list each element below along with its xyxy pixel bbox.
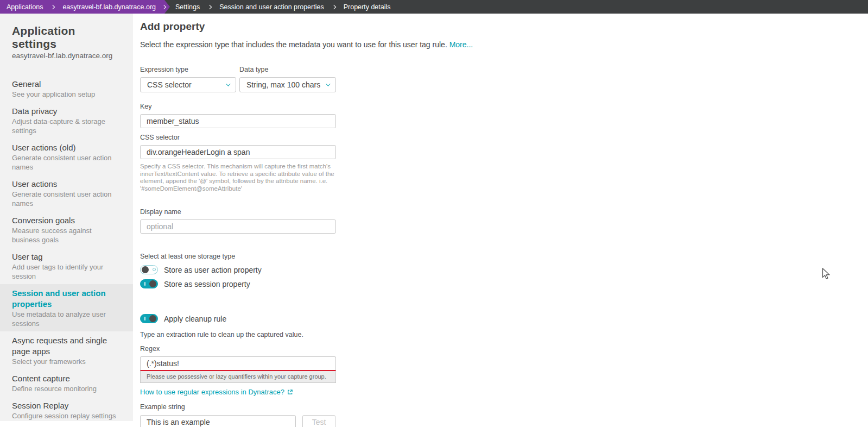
sidebar-item-subtitle: Add user tags to identify your session (12, 262, 121, 281)
session-property-toggle-label: Store as session property (164, 280, 250, 288)
intro-text: Select the expression type that includes… (140, 40, 868, 49)
sidebar-item-subtitle: Select your frameworks (12, 357, 121, 366)
expression-type-label: Expression type (140, 66, 236, 73)
sidebar-item-user-experience[interactable]: User experience Configure user experienc… (0, 424, 133, 427)
sidebar-item-user-tag[interactable]: User tag Add user tags to identify your … (0, 248, 133, 284)
example-string-label: Example string (140, 403, 868, 411)
key-input[interactable] (140, 114, 336, 128)
user-action-property-toggle-label: Store as user action property (164, 266, 262, 274)
expression-type-value: CSS selector (147, 80, 192, 89)
sidebar-item-title: Conversion goals (12, 215, 121, 226)
display-name-label: Display name (140, 208, 868, 216)
regex-error-message: Please use possessive or lazy quantifier… (140, 371, 336, 383)
sidebar-item-data-privacy[interactable]: Data privacy Adjust data-capture & stora… (0, 102, 133, 139)
sidebar-item-title: User actions (old) (12, 142, 121, 153)
sidebar-item-subtitle: Define resource monitoring (12, 384, 121, 393)
sidebar-item-general[interactable]: General See your application setup (0, 75, 133, 102)
apply-cleanup-rule-toggle[interactable] (140, 314, 158, 323)
sidebar-item-subtitle: Configure session replay settings (12, 411, 121, 420)
sidebar-subtitle: easytravel-bf.lab.dynatrace.org (0, 51, 133, 60)
css-selector-help: Specify a CSS selector. This mechanism w… (140, 163, 339, 192)
sidebar-item-subtitle: Use metadata to analyze user sessions (12, 310, 121, 328)
sidebar-item-title: Async requests and single page apps (12, 335, 121, 357)
toggle-knob (142, 266, 149, 273)
sidebar-item-user-actions[interactable]: User actions Generate consistent user ac… (0, 175, 133, 211)
breadcrumb-item-session-properties[interactable]: Session and user action properties (216, 0, 327, 14)
sidebar-item-title: Content capture (12, 373, 121, 384)
chevron-down-icon (326, 81, 330, 86)
chevron-down-icon (226, 81, 230, 86)
chevron-right-icon (50, 4, 55, 9)
test-button[interactable]: Test (302, 415, 335, 427)
display-name-input[interactable] (140, 219, 336, 234)
data-type-value: String, max 100 chars (246, 80, 320, 89)
settings-sidebar: Application settings easytravel-bf.lab.d… (0, 14, 133, 421)
sidebar-item-title: General (12, 79, 121, 90)
toggle-knob (149, 315, 156, 322)
apply-cleanup-rule-toggle-label: Apply cleanup rule (164, 315, 226, 323)
external-link-icon (287, 389, 293, 395)
regex-help-link[interactable]: How to use regular expressions in Dynatr… (140, 388, 284, 396)
sidebar-item-title: Data privacy (12, 106, 121, 117)
breadcrumb-item-application-name[interactable]: easytravel-bf.lab.dynatrace.org (59, 3, 159, 11)
breadcrumb-item-property-details[interactable]: Property details (340, 0, 394, 14)
chevron-right-icon (207, 4, 212, 9)
expression-type-select[interactable]: CSS selector (140, 77, 236, 92)
sidebar-item-async-requests[interactable]: Async requests and single page apps Sele… (0, 331, 133, 369)
more-link[interactable]: More... (449, 40, 473, 49)
sidebar-item-user-actions-old[interactable]: User actions (old) Generate consistent u… (0, 139, 133, 175)
breadcrumb: Applications easytravel-bf.lab.dynatrace… (0, 0, 868, 14)
chevron-right-icon (331, 4, 335, 9)
sidebar-item-title: Session Replay (12, 400, 121, 411)
sidebar-item-title: User actions (12, 179, 121, 190)
data-type-label: Data type (239, 66, 336, 73)
regex-input[interactable] (140, 356, 336, 371)
css-selector-label: CSS selector (140, 134, 868, 141)
sidebar-item-title: User tag (12, 252, 121, 262)
sidebar-item-subtitle: See your application setup (12, 90, 121, 99)
data-type-select[interactable]: String, max 100 chars (239, 77, 336, 92)
toggle-on-bar (144, 282, 145, 286)
sidebar-item-subtitle: Generate consistent user action names (12, 190, 121, 208)
sidebar-item-subtitle: Generate consistent user action names (12, 153, 121, 172)
toggle-on-bar (144, 317, 145, 321)
breadcrumb-item-settings[interactable]: Settings (172, 0, 203, 14)
sidebar-title: Application settings (0, 24, 133, 51)
key-label: Key (140, 103, 868, 110)
sidebar-item-subtitle: Measure success against business goals (12, 226, 121, 244)
toggle-knob (149, 280, 156, 287)
session-property-toggle[interactable] (140, 279, 158, 288)
sidebar-item-session-replay[interactable]: Session Replay Configure session replay … (0, 397, 133, 424)
cleanup-description: Type an extraction rule to clean up the … (140, 331, 868, 338)
sidebar-item-session-properties[interactable]: Session and user action properties Use m… (0, 284, 133, 331)
storage-type-label: Select at least one storage type (140, 253, 868, 260)
example-string-input[interactable] (140, 415, 296, 427)
breadcrumb-purple-group: Applications easytravel-bf.lab.dynatrace… (0, 0, 170, 14)
intro-sentence: Select the expression type that includes… (140, 40, 447, 49)
toggle-off-ring (153, 268, 156, 271)
breadcrumb-item-applications[interactable]: Applications (3, 3, 46, 11)
sidebar-item-content-capture[interactable]: Content capture Define resource monitori… (0, 369, 133, 397)
sidebar-item-title: Session and user action properties (12, 288, 121, 310)
sidebar-nav: General See your application setup Data … (0, 75, 133, 427)
css-selector-input[interactable] (140, 145, 336, 159)
sidebar-item-conversion-goals[interactable]: Conversion goals Measure success against… (0, 211, 133, 248)
regex-label: Regex (140, 345, 868, 353)
add-property-panel: Add property Select the expression type … (133, 14, 868, 427)
sidebar-item-subtitle: Adjust data-capture & storage settings (12, 117, 121, 135)
user-action-property-toggle[interactable] (140, 265, 158, 274)
page-title: Add property (140, 21, 868, 33)
